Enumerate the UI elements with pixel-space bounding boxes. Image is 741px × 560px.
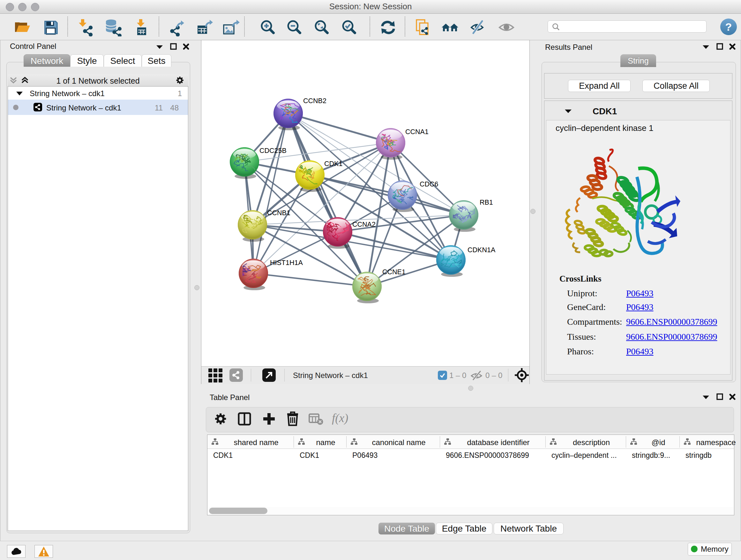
svg-text:CCNE1: CCNE1 xyxy=(382,268,406,276)
svg-text:CCNB1: CCNB1 xyxy=(267,209,290,217)
svg-text:HIST1H1A: HIST1H1A xyxy=(270,259,303,266)
svg-text:CDK1: CDK1 xyxy=(324,160,342,168)
svg-text:CDC6: CDC6 xyxy=(420,180,439,188)
svg-text:CCNA1: CCNA1 xyxy=(405,128,428,136)
svg-text:CDC25B: CDC25B xyxy=(259,147,286,154)
svg-text:CCNB2: CCNB2 xyxy=(303,97,327,105)
svg-text:CDKN1A: CDKN1A xyxy=(468,246,495,254)
svg-text:CCNA2: CCNA2 xyxy=(352,221,376,228)
svg-text:RB1: RB1 xyxy=(480,199,493,206)
